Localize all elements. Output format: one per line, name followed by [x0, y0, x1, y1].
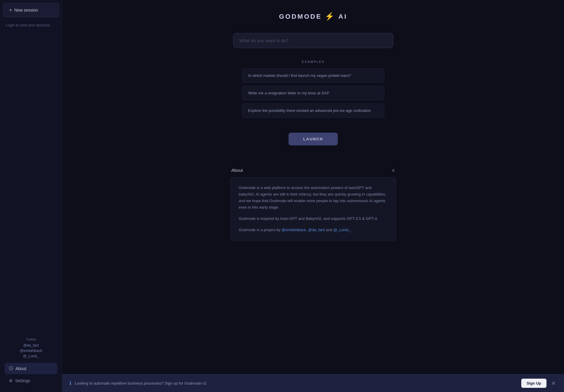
twitter-link-emilahlback[interactable]: @emilahlback [5, 349, 57, 353]
sidebar-item-about[interactable]: ⓘ About [5, 363, 57, 374]
logo-text-right: AI [338, 13, 347, 20]
settings-nav-label: Settings [15, 378, 30, 383]
banner-text: Looking to automate repetitive business … [75, 381, 518, 385]
examples-label: EXAMPLES [242, 60, 384, 64]
plus-icon: + [9, 7, 12, 13]
about-link-emilahlback[interactable]: @emilahlback [282, 228, 306, 232]
about-section: About ∧ Godmode is a web platform to acc… [230, 163, 396, 241]
banner-close-button[interactable]: ✕ [550, 380, 557, 387]
login-hint: Login to save your sessions. [0, 20, 62, 30]
gear-icon: ⚙ [9, 378, 13, 383]
logo: GODMODE ⚡ AI [279, 12, 347, 21]
about-link-lonis[interactable]: @_Lonis_ [333, 228, 351, 232]
sidebar-item-settings[interactable]: ⚙ Settings [5, 375, 57, 386]
about-p3-and: and [325, 228, 333, 232]
about-content: Godmode is a web platform to access the … [230, 177, 396, 241]
logo-text-left: GODMODE [279, 13, 322, 20]
about-header[interactable]: About ∧ [230, 163, 396, 177]
about-p3-comma: , [306, 228, 308, 232]
about-paragraph-1: Godmode is a web platform to access the … [239, 185, 388, 211]
lightning-icon: ⚡ [325, 12, 335, 21]
sidebar: + New session Login to save your session… [0, 0, 62, 392]
example-card-0[interactable]: In which market should I first launch my… [242, 68, 384, 83]
examples-section: EXAMPLES In which market should I first … [242, 60, 384, 121]
new-session-button[interactable]: + New session [3, 3, 59, 17]
main-content: GODMODE ⚡ AI EXAMPLES In which market sh… [62, 0, 564, 392]
sidebar-bottom: Twitter @da_fant @emilahlback @_Lonis_ ⓘ… [0, 333, 62, 392]
about-p3-prefix: Godmode is a project by [239, 228, 282, 232]
search-container [233, 33, 393, 48]
search-input[interactable] [233, 33, 393, 48]
chevron-up-icon: ∧ [392, 167, 395, 173]
twitter-section: Twitter @da_fant @emilahlback @_Lonis_ [5, 337, 57, 358]
about-link-da-fant[interactable]: @da_fant [308, 228, 325, 232]
twitter-label: Twitter [5, 337, 57, 342]
example-card-2[interactable]: Explore the possibility there existed an… [242, 103, 384, 118]
twitter-link-lonis[interactable]: @_Lonis_ [5, 354, 57, 358]
new-session-label: New session [14, 8, 38, 12]
about-p3-suffix: . [351, 228, 352, 232]
twitter-link-da-fant[interactable]: @da_fant [5, 343, 57, 347]
about-paragraph-2: Godmode is inspired by Auto-GPT and Baby… [239, 215, 388, 222]
about-title: About [231, 168, 243, 173]
example-card-1[interactable]: Write me a resignation letter to my boss… [242, 86, 384, 100]
about-paragraph-3: Godmode is a project by @emilahlback, @d… [239, 227, 388, 233]
launch-button[interactable]: LAUNCH [289, 133, 338, 145]
info-banner-icon: ℹ [69, 380, 71, 386]
info-icon: ⓘ [9, 366, 13, 371]
sign-up-button[interactable]: Sign Up [521, 379, 546, 388]
bottom-banner: ℹ Looking to automate repetitive busines… [62, 374, 564, 392]
about-nav-label: About [15, 366, 26, 371]
